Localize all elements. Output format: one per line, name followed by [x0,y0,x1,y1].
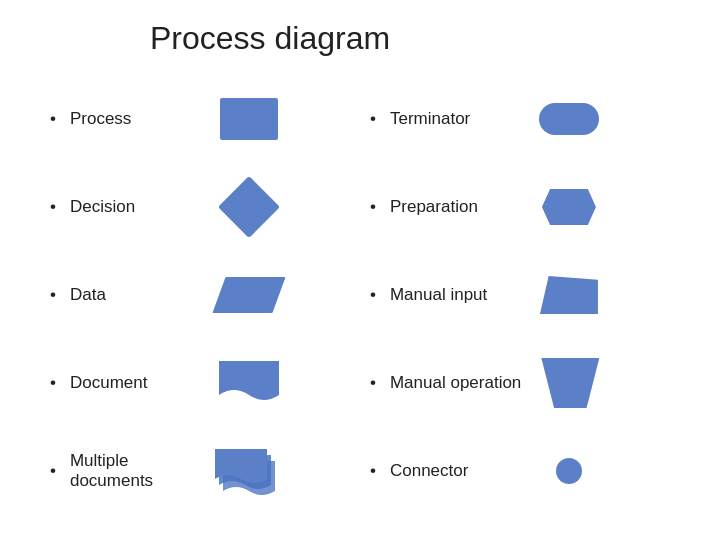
document-item: • Document [40,339,360,427]
multiple-docs-shape [215,444,283,499]
decision-shape [218,176,280,238]
connector-label: Connector [390,461,520,481]
doc-front [215,449,267,487]
preparation-shape [542,189,596,225]
diagram-grid: • Process • Terminator • Decision • Prep… [40,75,680,515]
process-shape-area [214,92,284,147]
multiple-docs-item: • Multipledocuments [40,427,360,515]
decision-label: Decision [70,197,200,217]
terminator-label: Terminator [390,109,520,129]
multiple-docs-shape-area [214,444,284,499]
manual-input-shape-area [534,268,604,323]
multiple-docs-label: Multipledocuments [70,451,200,491]
process-shape [220,98,278,140]
connector-item: • Connector [360,427,680,515]
manual-input-item: • Manual input [360,251,680,339]
preparation-item: • Preparation [360,163,680,251]
manual-operation-label: Manual operation [390,373,521,393]
manual-operation-item: • Manual operation [360,339,680,427]
data-label: Data [70,285,200,305]
document-label: Document [70,373,200,393]
process-label: Process [70,109,200,129]
connector-shape-area [534,444,604,499]
manual-operation-shape-area [535,356,605,411]
manual-input-label: Manual input [390,285,520,305]
connector-shape [556,458,582,484]
data-shape-area [214,268,284,323]
decision-shape-area [214,180,284,235]
document-shape-area [214,356,284,411]
decision-item: • Decision [40,163,360,251]
preparation-shape-area [534,180,604,235]
data-shape [212,277,285,313]
terminator-shape-area [534,92,604,147]
terminator-shape [539,103,599,135]
manual-input-shape [540,276,598,314]
preparation-label: Preparation [390,197,520,217]
page-title: Process diagram [150,20,680,57]
page: Process diagram • Process • Terminator •… [0,0,720,540]
manual-operation-shape [541,358,599,408]
terminator-item: • Terminator [360,75,680,163]
document-shape [219,361,279,405]
process-item: • Process [40,75,360,163]
data-item: • Data [40,251,360,339]
